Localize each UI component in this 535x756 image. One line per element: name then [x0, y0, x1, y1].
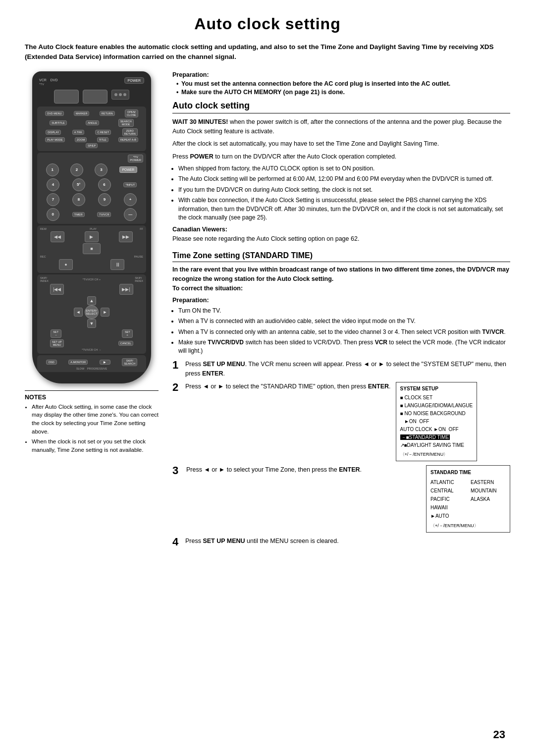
zoom-btn[interactable]: ZOOM: [75, 137, 87, 142]
power-btn-2[interactable]: POWER: [119, 166, 138, 173]
mountain: MOUNTAIN: [471, 486, 506, 495]
nav-right-btn[interactable]: ►: [101, 308, 109, 317]
setup-menu-btn[interactable]: SET UPMENU: [50, 339, 64, 347]
ff-btn[interactable]: ▶▶: [119, 231, 133, 242]
subtitle-btn[interactable]: SUBTITLE: [50, 120, 66, 125]
zero-return-btn[interactable]: ZERORETURN: [122, 128, 138, 136]
set-plus-btn[interactable]: SET＋: [122, 329, 133, 338]
step-2-content: Press ◄ or ► to select the "STANDARD TIM…: [185, 382, 477, 461]
cancel-btn[interactable]: CANCEL: [118, 341, 133, 346]
eastern: EASTERN: [471, 478, 506, 486]
play-mode-btn[interactable]: PLAY MODE: [45, 137, 65, 142]
skip-search-btn[interactable]: SKIP/SEARCH: [122, 358, 137, 366]
prev-btn[interactable]: |◀◀: [50, 284, 64, 295]
prep-bullet-1: You must set the antenna connection befo…: [176, 80, 510, 87]
step-3-num: 3: [172, 465, 181, 476]
num-3-btn[interactable]: 3: [95, 163, 107, 176]
auto-bullet-1: When shipped from factory, the AUTO CLOC…: [178, 164, 510, 173]
intro-text: The Auto Clock feature enables the autom…: [25, 42, 510, 62]
rew-label: REW: [40, 227, 47, 230]
search-mode-btn[interactable]: SEARCHMODE: [118, 119, 134, 127]
std-enter-hint: 〈+/－/ENTER/MENU〉: [430, 522, 506, 530]
std-time-title: STANDARD TIME: [430, 468, 506, 477]
alaska: ALASKA: [471, 495, 506, 503]
menu-item-auto-clock: AUTO CLOCK ►ON OFF: [400, 426, 473, 433]
play-btn-2[interactable]: ▶: [100, 360, 110, 365]
tv-power-btn[interactable]: *TVPOWER: [128, 155, 143, 162]
osd-btn[interactable]: OSD: [46, 360, 57, 365]
plus-btn[interactable]: +: [124, 193, 137, 206]
step-1-num: 1: [172, 360, 181, 371]
num-1-btn[interactable]: 1: [46, 163, 59, 176]
step-2-num: 2: [172, 382, 181, 393]
dvd-menu-btn[interactable]: DVD MENU: [45, 111, 63, 116]
wait-paragraph: WAIT 30 MINUTES! when the power switch i…: [172, 117, 510, 137]
play-btn[interactable]: ▶: [85, 231, 99, 242]
c-reset-btn[interactable]: C.RESET: [95, 130, 111, 135]
canadian-label: Canadian Viewers:: [172, 226, 510, 233]
angle-btn[interactable]: ANGLE: [86, 120, 99, 125]
step-2-text: Press ◄ or ► to select the "STANDARD TIM…: [185, 382, 391, 391]
marker-btn[interactable]: MARKER: [74, 111, 90, 116]
rew-btn[interactable]: ◀◀: [51, 231, 64, 242]
open-close-btn[interactable]: OPEN/CLOSE: [125, 109, 138, 117]
remote-control: VCR DVD *TV POWER: [32, 71, 151, 383]
num-7-btn[interactable]: 7: [47, 193, 59, 206]
step-1: 1 Press SET UP MENU. The VCR menu screen…: [172, 360, 510, 378]
nav-down-btn[interactable]: ▼: [87, 319, 96, 328]
timer-btn[interactable]: TIMER: [72, 212, 85, 217]
menu-item-language: ■ LANGUAGE/IDIOMA/LANGUE: [400, 402, 473, 410]
auto-clock-title: Auto clock setting: [172, 101, 510, 113]
tv-vcr-btn[interactable]: TV/VCR: [97, 212, 111, 217]
menu-enter-hint: 〈+/－/ENTER/MENU〉: [400, 451, 473, 458]
num-6-btn[interactable]: 6: [98, 178, 111, 191]
dvd-label: DVD: [51, 78, 58, 82]
skip-index-left-label: SKIP/INDEX: [40, 276, 49, 282]
cassette-area: [37, 90, 146, 104]
return-btn[interactable]: RETURN: [100, 111, 115, 116]
step-3-text: Press ◄ or ► to select your Time Zone, t…: [186, 465, 421, 475]
tv-vcr-ch-label: *TV/VCR CH +: [83, 278, 101, 281]
play-label: PLAY: [90, 227, 97, 230]
title-btn[interactable]: TITLE: [97, 137, 108, 142]
rec-btn[interactable]: ●: [59, 259, 73, 270]
display-btn[interactable]: DISPLAY: [46, 130, 61, 135]
ff-label: FF: [140, 227, 143, 230]
num-4-btn[interactable]: 4: [47, 178, 59, 191]
auto-bullets: When shipped from factory, the AUTO CLOC…: [178, 164, 510, 222]
sp-ep-btn[interactable]: SP/EP: [86, 143, 98, 148]
vcr-label: VCR: [39, 78, 47, 82]
menu-item-standard: －■STANDARD TIME: [400, 433, 473, 441]
step-3-inner: Press ◄ or ► to select your Time Zone, t…: [186, 465, 510, 533]
step-3: 3 Press ◄ or ► to select your Time Zone,…: [172, 465, 510, 533]
num-9-btn[interactable]: 9: [98, 193, 111, 206]
num-5-btn[interactable]: 5°: [72, 178, 85, 191]
next-btn[interactable]: ▶▶|: [119, 284, 133, 295]
num-2-btn[interactable]: 2: [70, 163, 83, 176]
minus-btn[interactable]: —: [124, 208, 137, 221]
stop-btn[interactable]: ■: [83, 243, 101, 254]
nav-left-btn[interactable]: ◄: [74, 308, 83, 317]
button-section-1: DVD MENU MARKER RETURN OPEN/CLOSE SUBTIT…: [37, 107, 146, 151]
set-minus-btn[interactable]: SET－: [51, 329, 61, 338]
input-btn[interactable]: *INPUT: [123, 182, 137, 187]
a-trk-btn[interactable]: A.TRK: [72, 130, 84, 135]
repeat-ab-btn[interactable]: REPEAT A-B: [118, 137, 138, 142]
auto-bullet-3: If you turn the DVD/VCR on during Auto C…: [178, 186, 510, 194]
nav-up-btn[interactable]: ▲: [87, 296, 96, 305]
power-button[interactable]: POWER: [124, 77, 144, 84]
pause-btn[interactable]: ⏸: [110, 259, 124, 270]
canadian-text: Please see note regarding the Auto Clock…: [172, 234, 510, 244]
num-8-btn[interactable]: 8: [72, 193, 85, 206]
note-item-1: After Auto Clock setting, in some case t…: [32, 403, 159, 436]
notes-list: After Auto Clock setting, in some case t…: [25, 403, 159, 454]
cassette-slot-2: [83, 90, 107, 104]
auto-bullet-4: With cable box connection, if the Auto C…: [178, 196, 510, 222]
a-monitor-btn[interactable]: A.MONITOR: [68, 360, 88, 365]
enter-select-btn[interactable]: ENTER/SELECT: [85, 305, 99, 319]
step-4-content: Press SET UP MENU until the MENU screen …: [185, 537, 510, 546]
menu-item-no-noise: ■ NO NOISE BACKGROUND: [400, 410, 473, 418]
progressive-label: PROGRESSIVE: [87, 367, 107, 370]
notes-section: NOTES After Auto Clock setting, in some …: [25, 390, 159, 454]
num-0-btn[interactable]: 0: [47, 208, 59, 221]
